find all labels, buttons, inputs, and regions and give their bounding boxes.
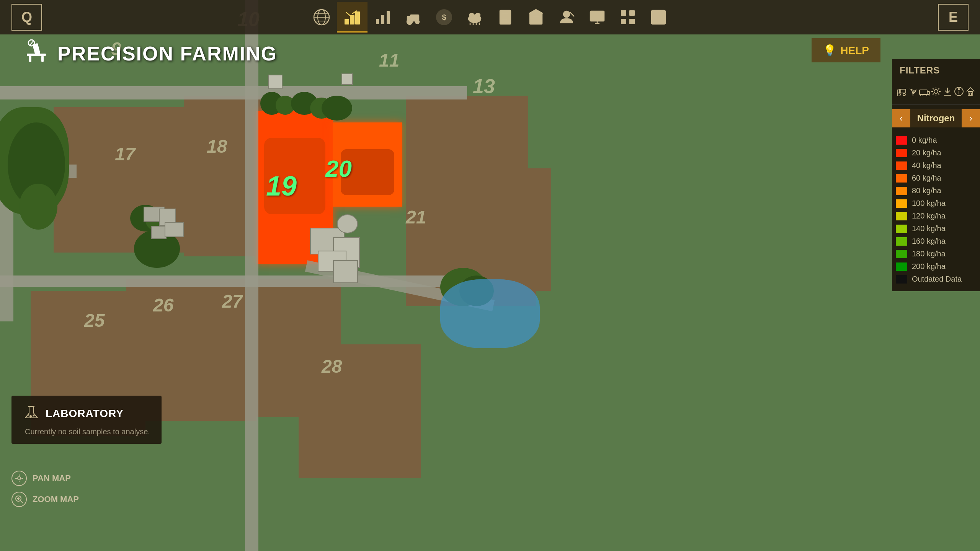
nitrogen-next[interactable]: › — [962, 109, 980, 127]
svg-rect-52 — [897, 90, 901, 93]
pan-map-label: PAN MAP — [33, 473, 71, 483]
svg-line-76 — [20, 500, 23, 503]
help-icon: 💡 — [823, 44, 836, 57]
building-1 — [268, 75, 283, 89]
svg-point-57 — [921, 94, 923, 96]
filter-download-icon[interactable] — [942, 85, 953, 98]
filter-truck-icon[interactable] — [919, 85, 930, 98]
zoom-icon — [11, 492, 27, 507]
nav-workers[interactable] — [612, 2, 643, 33]
legend-item: 20 kg/ha — [896, 147, 976, 159]
map-container[interactable]: 9 10 11 13 17 18 19 20 21 25 26 27 28 — [0, 0, 980, 551]
nav-world[interactable] — [306, 2, 337, 33]
field-num-18: 18 — [207, 136, 227, 157]
legend-item: 180 kg/ha — [896, 248, 976, 260]
nav-silo[interactable] — [521, 2, 551, 33]
zoom-map-button[interactable]: ZOOM MAP — [11, 492, 79, 507]
legend-color-swatch — [896, 212, 907, 220]
svg-text:$: $ — [442, 13, 446, 21]
legend-label-text: 80 kg/ha — [912, 186, 941, 195]
lab-title: LABORATORY — [46, 408, 124, 420]
farm-building-3 — [337, 214, 358, 233]
legend-color-swatch — [896, 250, 907, 258]
nav-finance[interactable]: $ — [429, 2, 459, 33]
monitor-icon — [588, 8, 606, 26]
svg-point-15 — [407, 19, 412, 24]
legend-label-text: 40 kg/ha — [912, 161, 941, 170]
legend-label-text: 20 kg/ha — [912, 148, 941, 157]
animals-icon — [466, 8, 484, 26]
legend-label-text: 120 kg/ha — [912, 212, 946, 220]
filter-tractor-icon[interactable] — [896, 85, 907, 98]
legend-color-swatch — [896, 225, 907, 233]
help-label: HELP — [840, 44, 869, 57]
world-icon — [312, 8, 331, 26]
legend-color-swatch — [896, 262, 907, 271]
svg-rect-6 — [350, 15, 354, 24]
nav-hire[interactable] — [551, 2, 582, 33]
legend-item: 140 kg/ha — [896, 222, 976, 235]
svg-rect-47 — [41, 56, 44, 62]
nav-info[interactable]: i — [643, 2, 674, 33]
svg-point-33 — [564, 11, 570, 17]
legend-label-text: 140 kg/ha — [912, 224, 946, 233]
legend-color-swatch — [896, 187, 907, 195]
farm-building-5 — [333, 260, 358, 283]
field-28[interactable] — [299, 344, 421, 478]
nav-monitor[interactable] — [582, 2, 612, 33]
legend-item: 160 kg/ha — [896, 235, 976, 248]
legend-color-swatch — [896, 237, 907, 246]
legend-label-text: 100 kg/ha — [912, 199, 946, 208]
svg-rect-38 — [621, 10, 626, 16]
filter-info-icon[interactable] — [953, 85, 965, 98]
nitrogen-selector: ‹ Nitrogen › — [892, 109, 980, 127]
nav-stats[interactable] — [368, 2, 398, 33]
svg-rect-55 — [920, 90, 927, 95]
svg-point-21 — [475, 13, 480, 16]
svg-point-58 — [927, 94, 929, 96]
legend-color-swatch — [896, 199, 907, 208]
svg-rect-64 — [968, 91, 973, 95]
legend-item: 0 kg/ha — [896, 134, 976, 147]
filters-title: FILTERS — [892, 59, 980, 82]
field-num-26: 26 — [153, 295, 173, 316]
legend-label-text: 180 kg/ha — [912, 249, 946, 258]
field-num-27: 27 — [222, 291, 242, 312]
legend-color-swatch — [896, 161, 907, 170]
water-body — [440, 279, 540, 348]
q-button[interactable]: Q — [11, 4, 42, 31]
svg-rect-5 — [345, 19, 349, 24]
svg-point-54 — [903, 93, 905, 96]
svg-rect-7 — [355, 11, 360, 24]
legend-item: 80 kg/ha — [896, 184, 976, 197]
legend-label-text: Outdated Data — [912, 275, 962, 284]
legend-item: 200 kg/ha — [896, 260, 976, 273]
legend-item: 60 kg/ha — [896, 172, 976, 184]
filter-home-icon[interactable] — [965, 85, 976, 98]
nitrogen-prev[interactable]: ‹ — [892, 109, 910, 127]
e-button[interactable]: E — [938, 4, 969, 31]
pan-map-button[interactable]: PAN MAP — [11, 471, 79, 486]
svg-rect-40 — [621, 19, 626, 24]
field-num-25: 25 — [84, 310, 105, 331]
tractor-icon — [404, 8, 423, 26]
svg-point-20 — [469, 13, 474, 16]
help-button[interactable]: 💡 HELP — [812, 38, 880, 62]
pf-header: PRECISION FARMING — [23, 38, 277, 68]
svg-rect-46 — [29, 56, 31, 62]
filter-icons — [892, 82, 980, 104]
nav-tractor[interactable] — [398, 2, 429, 33]
hire-icon — [557, 8, 576, 26]
svg-rect-26 — [500, 10, 511, 24]
nav-animals[interactable] — [459, 2, 490, 33]
filter-plant-icon[interactable] — [907, 85, 919, 98]
pf-icon — [23, 38, 50, 68]
legend-color-swatch — [896, 174, 907, 183]
field-num-11: 11 — [379, 50, 399, 71]
filter-gear-icon[interactable] — [930, 85, 942, 98]
field-num-28: 28 — [322, 356, 342, 377]
svg-point-70 — [18, 477, 21, 480]
nav-precision[interactable] — [337, 2, 368, 33]
nav-contracts[interactable] — [490, 2, 521, 33]
legend: 0 kg/ha 20 kg/ha 40 kg/ha 60 kg/ha 80 kg… — [892, 132, 980, 287]
